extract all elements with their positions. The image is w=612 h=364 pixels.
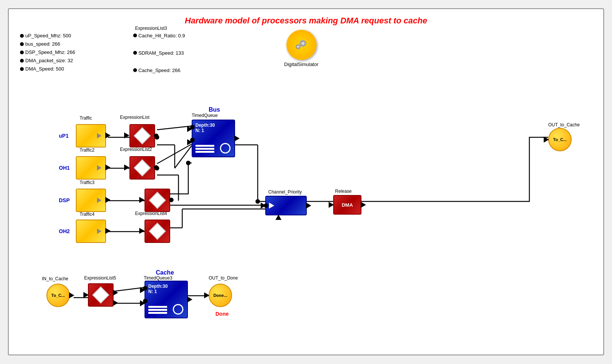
release-text: DMA xyxy=(342,202,353,208)
oh2-block[interactable] xyxy=(76,220,106,243)
in-to-cache-label: IN_to_Cache xyxy=(42,276,68,281)
out-to-done-label: OUT_to_Done xyxy=(209,275,238,281)
arrow-icon xyxy=(105,228,111,234)
svg-line-23 xyxy=(175,146,192,168)
param-5: DMA_Speed: 500 xyxy=(20,65,75,73)
depth3-label: Depth:30 xyxy=(148,284,184,289)
param-r3: SDRAM_Speed: 133 xyxy=(133,49,185,57)
arrow-icon xyxy=(113,300,118,306)
svg-point-42 xyxy=(186,161,191,165)
arrow-icon xyxy=(234,135,240,141)
dot-icon xyxy=(143,286,148,290)
arrow-icon xyxy=(139,228,145,234)
dsp-label: DSP xyxy=(59,197,70,203)
dot-icon xyxy=(143,299,148,303)
queue-lines3 xyxy=(148,306,167,314)
expr1-block[interactable] xyxy=(129,124,155,147)
svg-rect-14 xyxy=(295,46,297,48)
timed-queue-block[interactable]: Depth:30 N: 1 xyxy=(192,120,235,157)
svg-rect-12 xyxy=(297,44,298,46)
oh1-block[interactable] xyxy=(76,156,106,180)
traffic3-label: Traffic3 xyxy=(80,180,94,185)
queue-lines xyxy=(195,145,214,153)
tq-label: TimedQueue xyxy=(192,113,218,118)
to-cache-left-label: To_C... xyxy=(51,293,65,298)
dsp-block[interactable] xyxy=(76,189,106,212)
expr4-block[interactable] xyxy=(145,220,170,243)
arrow-out-icon xyxy=(306,203,311,209)
queue-circle-icon xyxy=(220,143,231,154)
tq3-label: TimedQueue3 xyxy=(144,275,172,281)
param-1: uP_Speed_Mhz: 500 xyxy=(20,32,75,40)
arrow-icon xyxy=(105,132,111,138)
n3-label: N: 1 xyxy=(148,289,184,294)
expr3-block[interactable] xyxy=(145,189,170,212)
svg-point-41 xyxy=(255,199,260,204)
svg-line-24 xyxy=(157,144,192,164)
svg-point-1 xyxy=(301,42,304,45)
queue-line xyxy=(195,151,214,153)
svg-rect-3 xyxy=(302,45,303,47)
svg-line-20 xyxy=(157,126,192,130)
arrow-icon xyxy=(329,202,334,208)
svg-rect-5 xyxy=(305,43,307,44)
queue-circle3-icon xyxy=(173,304,183,315)
arrow-icon xyxy=(69,292,74,298)
arrow-icon xyxy=(124,164,129,170)
queue-line xyxy=(195,145,214,147)
svg-rect-15 xyxy=(299,46,301,48)
params-left: uP_Speed_Mhz: 500 bus_speed: 266 DSP_Spe… xyxy=(20,32,75,73)
play-icon xyxy=(97,198,101,203)
channel-play-icon xyxy=(269,203,274,209)
main-container: Hardware model of processors making DMA … xyxy=(8,8,604,355)
to-cache-right-label: To_C... xyxy=(553,137,567,142)
done-circle[interactable]: Done... xyxy=(209,284,232,307)
release-label: Release xyxy=(335,189,352,194)
diamond-icon xyxy=(149,192,166,209)
bullet-icon xyxy=(20,67,24,71)
play-icon xyxy=(97,229,101,234)
dot-icon xyxy=(154,165,158,170)
bullet-icon xyxy=(20,34,24,38)
bus-label: Bus xyxy=(209,106,220,113)
page-title: Hardware model of processors making DMA … xyxy=(9,9,603,26)
arrow-icon xyxy=(275,215,281,220)
expr1-label: ExpressionList xyxy=(120,115,149,120)
param-3: DSP_Speed_Mhz: 266 xyxy=(20,48,75,57)
queue-line xyxy=(195,148,214,150)
queue-line xyxy=(148,306,167,308)
bullet-icon xyxy=(20,42,24,46)
play-icon xyxy=(97,165,101,170)
arrow-icon xyxy=(204,292,209,298)
play-icon xyxy=(97,133,101,138)
arrow-icon xyxy=(544,137,549,143)
gear-icon xyxy=(286,30,317,60)
to-cache-left-circle[interactable]: To_C... xyxy=(46,284,70,307)
done-circle-label: Done... xyxy=(214,293,228,298)
arrow-icon xyxy=(113,290,118,296)
channel-block[interactable] xyxy=(265,196,307,215)
release-block[interactable]: DMA xyxy=(333,195,361,215)
expr5-block[interactable] xyxy=(88,283,114,307)
oh2-label: OH2 xyxy=(59,228,70,234)
arrow-icon xyxy=(105,197,111,203)
depth-label: Depth:30 xyxy=(195,123,231,128)
expr3-label: ExpressionList3 xyxy=(135,26,167,31)
up1-block[interactable] xyxy=(76,124,106,147)
svg-rect-2 xyxy=(302,40,303,41)
to-cache-right-circle[interactable]: To_C... xyxy=(548,128,572,151)
param-r4 xyxy=(133,57,185,66)
svg-point-11 xyxy=(297,46,299,48)
diamond-icon xyxy=(92,286,109,303)
bullet-icon xyxy=(20,59,24,63)
dot-icon xyxy=(169,198,174,202)
up1-label: uP1 xyxy=(59,133,69,139)
queue-line xyxy=(148,309,167,311)
timed-queue3-block[interactable]: Depth:30 N: 1 xyxy=(145,281,188,318)
dot-icon xyxy=(154,134,158,138)
expr2-label: ExpressionList2 xyxy=(120,147,152,152)
expr2-block[interactable] xyxy=(129,156,155,180)
arrow-icon xyxy=(124,132,129,138)
dot-icon xyxy=(190,125,195,129)
arrow-icon xyxy=(105,164,111,170)
